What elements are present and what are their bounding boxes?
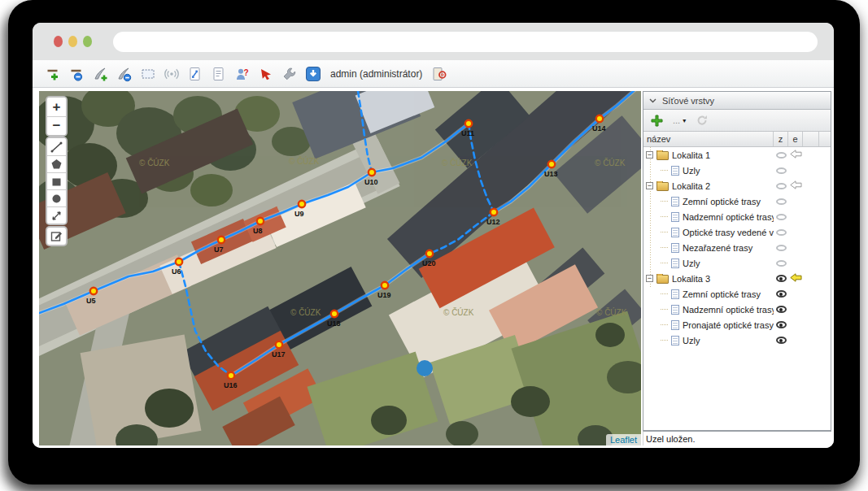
tree-connector	[661, 324, 668, 325]
draw-polygon-icon[interactable]	[47, 155, 66, 172]
visibility-off-icon[interactable]	[776, 260, 787, 267]
right-column: Síťové vrstvy ... ▾	[643, 91, 831, 445]
visibility-on-icon[interactable]	[776, 337, 787, 344]
layer-file-icon	[671, 228, 679, 237]
layer-tree-row[interactable]: −Lokalita 1	[643, 147, 831, 163]
node-label: U12	[486, 218, 500, 226]
layer-tree-row[interactable]: Zemní optické trasy	[643, 286, 831, 302]
download-icon[interactable]	[305, 66, 321, 82]
svg-text:?: ?	[244, 68, 249, 77]
logout-icon[interactable]	[431, 66, 447, 82]
layers-panel-header[interactable]: Síťové vrstvy	[643, 92, 831, 110]
collapse-expander-icon[interactable]: −	[646, 182, 653, 189]
layer-file-icon	[671, 243, 679, 253]
draw-circle-icon[interactable]	[47, 189, 66, 206]
visibility-off-icon[interactable]	[776, 198, 787, 205]
layer-file-icon	[671, 289, 679, 299]
tree-connector	[661, 170, 668, 171]
minimize-window-icon[interactable]	[68, 36, 77, 47]
browser-window: ?admin (administrátor)	[33, 23, 834, 448]
zoom-in-button[interactable]: +	[47, 98, 66, 116]
node-label: U9	[294, 210, 304, 218]
layer-label: Zemní optické trasy	[683, 197, 761, 206]
map-attribution[interactable]: Leaflet	[606, 434, 641, 445]
draw-rectangle-icon[interactable]	[47, 172, 66, 189]
visibility-off-icon[interactable]	[776, 229, 787, 236]
measure-icon[interactable]	[187, 66, 203, 82]
layer-tree-row[interactable]: Nezařazené trasy	[643, 240, 831, 255]
layer-options-dropdown[interactable]: ... ▾	[670, 114, 689, 127]
map-satellite-view[interactable]: © ČÚZK© ČÚZK© ČÚZK© ČÚZK© ČÚZK© ČÚZK© ČÚ…	[39, 91, 641, 445]
collapse-chevron-icon	[649, 98, 656, 103]
layer-tree-row[interactable]: Uzly	[643, 163, 831, 178]
visibility-on-icon[interactable]	[776, 306, 787, 313]
collapse-expander-icon[interactable]: −	[646, 275, 653, 282]
layers-panel-title: Síťové vrstvy	[662, 96, 714, 106]
traffic-lights	[54, 36, 92, 47]
layer-file-icon	[671, 197, 679, 206]
column-header-z[interactable]: z	[774, 132, 788, 146]
visibility-off-icon[interactable]	[776, 214, 787, 220]
cuzk-watermark: © ČÚZK	[290, 307, 321, 317]
layer-file-icon	[671, 259, 679, 268]
cuzk-watermark: © ČÚZK	[443, 307, 474, 317]
user-help-icon[interactable]: ?	[234, 66, 251, 82]
layer-label: Lokalita 2	[672, 181, 710, 191]
layer-tree-row[interactable]: −Lokalita 2	[643, 178, 831, 193]
export-icon[interactable]	[258, 66, 274, 82]
layer-tree-row[interactable]: −Lokalita 3	[643, 271, 831, 286]
tree-connector	[661, 216, 668, 217]
column-header-e[interactable]: e	[788, 132, 803, 146]
visibility-off-icon[interactable]	[776, 152, 787, 159]
layer-tree-row[interactable]: Nadzemní optické trasy	[643, 209, 831, 224]
layers-panel-toolbar: ... ▾	[643, 110, 831, 132]
tree-connector	[661, 340, 668, 341]
node-label: U19	[377, 291, 391, 299]
draw-polyline-arrow-icon[interactable]	[47, 206, 66, 224]
collapse-expander-icon[interactable]: −	[646, 151, 653, 159]
antenna-icon[interactable]	[164, 66, 180, 82]
visibility-on-icon[interactable]	[776, 290, 787, 298]
visibility-on-icon[interactable]	[776, 275, 787, 282]
remove-node-icon[interactable]	[116, 66, 133, 82]
close-window-icon[interactable]	[54, 36, 63, 47]
visibility-off-icon[interactable]	[776, 245, 787, 251]
add-layer-icon[interactable]	[648, 112, 665, 128]
visibility-on-icon[interactable]	[776, 321, 787, 328]
layer-tree-row[interactable]: Nadzemní optické trasy	[643, 302, 831, 317]
zoom-out-button[interactable]: −	[47, 116, 66, 135]
edit-target-icon[interactable]	[790, 150, 802, 160]
layer-options-label: ...	[673, 115, 680, 125]
remove-route-icon[interactable]	[69, 66, 85, 82]
layer-label: Uzly	[683, 336, 700, 345]
cuzk-watermark: © ČÚZK	[442, 158, 473, 167]
edit-target-icon[interactable]	[790, 180, 802, 191]
column-header-extra2	[819, 132, 831, 146]
maximize-window-icon[interactable]	[83, 36, 92, 47]
layer-tree-row[interactable]: Zemní optické trasy	[643, 193, 831, 209]
refresh-icon[interactable]	[694, 112, 710, 128]
address-bar[interactable]	[113, 32, 818, 52]
layer-tree-row[interactable]: Uzly	[643, 255, 831, 271]
map-container[interactable]: © ČÚZK© ČÚZK© ČÚZK© ČÚZK© ČÚZK© ČÚZK© ČÚ…	[39, 91, 641, 445]
visibility-off-icon[interactable]	[776, 183, 787, 189]
select-area-icon[interactable]	[140, 66, 156, 82]
tree-connector	[661, 293, 668, 294]
notes-icon[interactable]	[211, 66, 227, 82]
layer-tree-row[interactable]: Optické trasy vedené vnitřkem	[643, 224, 831, 240]
cuzk-watermark: © ČÚZK	[596, 307, 627, 317]
node-label: U8	[253, 227, 263, 235]
tree-connector	[661, 232, 668, 232]
visibility-off-icon[interactable]	[776, 167, 787, 174]
layer-tree-row[interactable]: Uzly	[643, 332, 831, 348]
add-route-icon[interactable]	[46, 66, 62, 82]
edit-target-active-icon[interactable]	[790, 273, 802, 284]
edit-geometry-button[interactable]	[46, 226, 68, 246]
chevron-down-icon: ▾	[683, 117, 686, 124]
column-header-name[interactable]: název	[643, 132, 774, 146]
app-content: © ČÚZK© ČÚZK© ČÚZK© ČÚZK© ČÚZK© ČÚZK© ČÚ…	[33, 89, 834, 448]
draw-line-icon[interactable]	[47, 138, 66, 155]
tools-icon[interactable]	[281, 66, 298, 82]
layer-tree-row[interactable]: Pronajaté optické trasy	[643, 317, 831, 332]
add-node-icon[interactable]	[93, 66, 109, 82]
